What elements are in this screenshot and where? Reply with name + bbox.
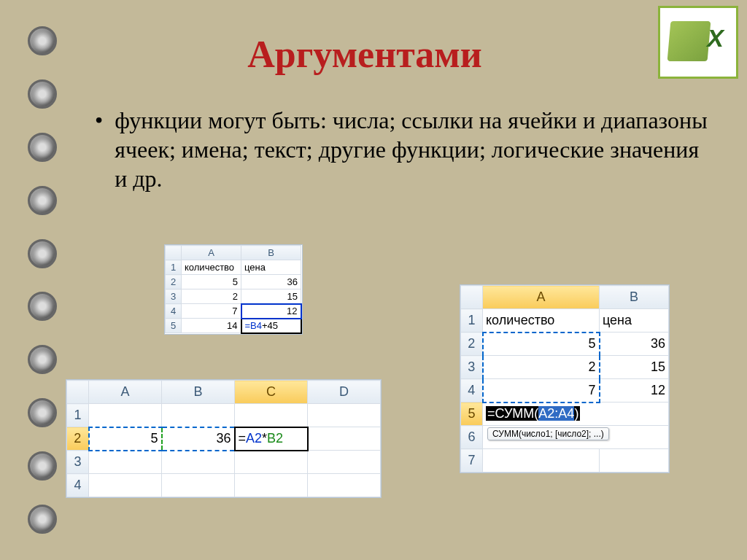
body-text: • функции могут быть: числа; ссылки на я…	[95, 106, 708, 193]
formula-cell: =B4+45	[241, 319, 301, 333]
body-content: функции могут быть: числа; ссылки на яче…	[115, 106, 708, 193]
select-all-corner	[166, 246, 182, 260]
formula-cell: =СУММ(A2:A4)	[483, 402, 669, 426]
slide-title: Аргументами	[95, 33, 635, 76]
excel-logo-icon: X	[658, 6, 738, 79]
excel-grid-bottom-left: A B C D 1 2 5 36 =A2*B2 3 4	[66, 379, 382, 498]
col-header: A	[182, 246, 241, 260]
bullet-icon: •	[95, 106, 103, 193]
function-tooltip: СУММ(число1; [число2]; ...)	[487, 427, 609, 440]
col-header: B	[241, 246, 301, 260]
excel-grid-right: A B 1 количество цена 2 5 36 3 2 15 4 7 …	[460, 284, 670, 473]
excel-grid-top: A B 1 количество цена 2 5 36 3 2 15 4 7 …	[164, 244, 303, 335]
slide-background: X Аргументами • функции могут быть: числ…	[0, 0, 747, 560]
spiral-binding	[28, 0, 64, 560]
formula-cell: =A2*B2	[235, 427, 308, 451]
